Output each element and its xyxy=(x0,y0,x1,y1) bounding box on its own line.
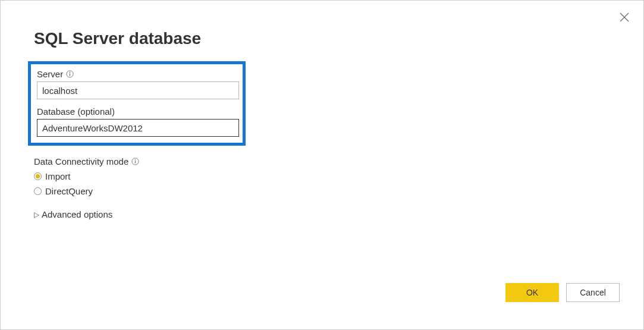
radio-directquery[interactable]: DirectQuery xyxy=(34,186,610,196)
database-label: Database (optional) xyxy=(37,106,115,117)
svg-point-3 xyxy=(70,72,71,73)
sql-server-database-dialog: SQL Server database Server Database (opt… xyxy=(0,0,644,330)
server-label-row: Server xyxy=(37,69,237,79)
dialog-button-bar: OK Cancel xyxy=(505,283,620,302)
cancel-button[interactable]: Cancel xyxy=(566,283,620,302)
database-label-row: Database (optional) xyxy=(37,106,237,117)
ok-button[interactable]: OK xyxy=(505,283,559,302)
server-input[interactable] xyxy=(37,81,239,99)
svg-point-6 xyxy=(135,159,136,161)
close-button[interactable] xyxy=(620,12,629,24)
connectivity-radio-group: Import DirectQuery xyxy=(34,171,610,196)
advanced-options-toggle[interactable]: ▷ Advanced options xyxy=(34,209,610,219)
info-icon[interactable] xyxy=(131,158,139,165)
radio-label-directquery: DirectQuery xyxy=(45,186,93,196)
info-icon[interactable] xyxy=(66,70,74,78)
radio-indicator xyxy=(34,172,42,180)
radio-import[interactable]: Import xyxy=(34,171,610,181)
svg-rect-7 xyxy=(135,161,136,163)
advanced-options-label: Advanced options xyxy=(42,209,112,219)
highlight-annotation: Server Database (optional) xyxy=(28,61,246,146)
dialog-content: Server Database (optional) Data Connecti… xyxy=(1,48,643,219)
radio-label-import: Import xyxy=(45,171,71,181)
dialog-title: SQL Server database xyxy=(1,1,643,48)
connectivity-label-row: Data Connectivity mode xyxy=(34,156,610,166)
server-label: Server xyxy=(37,69,63,79)
chevron-right-icon: ▷ xyxy=(34,210,39,219)
database-input[interactable] xyxy=(37,119,239,137)
svg-rect-4 xyxy=(70,73,70,76)
radio-indicator xyxy=(34,187,42,195)
connectivity-label: Data Connectivity mode xyxy=(34,156,128,166)
